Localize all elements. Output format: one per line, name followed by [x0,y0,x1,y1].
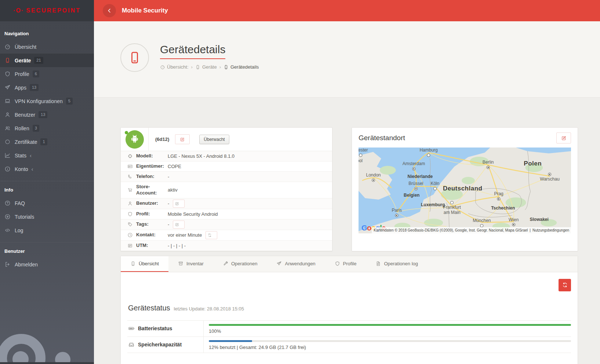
count-badge: 6 [33,70,39,77]
sidebar-item-apps[interactable]: Apps13 [0,81,94,94]
device-detail-panel: Übersicht Inventar Operationen Anwendung… [120,256,578,364]
sidebar-item-stats[interactable]: Stats‹ [0,149,94,162]
main-area: Mobile Security Gerätedetails Übersicht:… [94,0,600,364]
nav-section-navigation: Navigation Übersicht Geräte21 Profile6 A… [0,25,94,178]
device-info-label: Profil: [136,209,168,219]
device-info-value: - [168,201,169,206]
clock-icon [127,232,133,238]
edit-device-name-button[interactable] [175,134,190,144]
sidebar-item-rollen[interactable]: Rollen3 [0,121,94,135]
refresh-button[interactable] [206,231,217,239]
phone-handset-icon [127,174,133,179]
paper-plane-icon [276,261,282,266]
chevron-left-icon [106,7,113,14]
sidebar-item-label: Rollen [15,125,29,131]
sidebar-item-tutorials[interactable]: Tutorials [0,210,94,223]
status-row-speicherkapazitaet: Speicherkapazität12% benutzt | Gesamt: 2… [127,337,571,353]
tab-inventar[interactable]: Inventar [168,256,213,272]
edit-location-button[interactable] [556,132,571,143]
edit-button[interactable] [173,221,185,229]
smartphone-icon [223,65,229,70]
device-status-table: Batteriestatus100% Speicherkapazität12% … [127,320,571,353]
count-badge: 13 [30,84,39,91]
users-icon [4,125,11,131]
sidebar-item-label: Apps [15,85,26,91]
question-icon [4,200,11,206]
tab-operationen[interactable]: Operationen [213,256,267,272]
sidebar-item-profile[interactable]: Profile6 [0,67,94,81]
page-content: (6d12) Überwacht Modell:LGE - Nexus 5X -… [94,98,600,364]
monitored-status-button[interactable]: Überwacht [199,135,229,144]
terms-link[interactable]: Nutzungsbedingungen [532,228,569,232]
edit-button[interactable] [173,200,185,208]
android-robot-icon [129,134,140,145]
refresh-icon [562,282,568,288]
paper-plane-icon [4,84,11,91]
sidebar-item-faq[interactable]: FAQ [0,196,94,210]
sidebar-item-uebersicht[interactable]: Übersicht [0,40,94,54]
device-info-value: - | - | - | - [168,243,186,248]
sidebar-item-benutzer[interactable]: Benutzer13 [0,108,94,121]
chevron-left-icon: ‹ [32,166,33,172]
sidebar-item-abmelden[interactable]: Abmelden [0,258,94,271]
sidebar-item-label: Abmelden [15,262,38,267]
app-title: Mobile Security [122,7,168,14]
sidebar-item-zertifikate[interactable]: Zertifikate1 [0,135,94,149]
sidebar-item-label: VPN Konfigurationen [15,98,63,104]
certificate-icon [4,139,11,145]
tab-uebersicht[interactable]: Übersicht [121,256,168,272]
device-status-heading: Gerätestatus letztes Update: 28.08.2018 … [127,304,571,312]
sidebar-item-konto[interactable]: Konto‹ [0,162,94,176]
device-info-label: Modell: [136,151,168,161]
status-value: 12% benutzt | Gesamt: 24.9 GB (21.7 GB f… [209,345,571,350]
count-badge: 5 [66,98,73,105]
device-info-value: LGE - Nexus 5X - Android 8.1.0 [168,153,234,159]
refresh-status-button[interactable] [559,279,571,291]
smartphone-icon [4,57,11,63]
map[interactable]: chester ool London Amsterdam Niederlande [359,148,571,233]
breadcrumb-uebersicht[interactable]: Übersicht: [160,64,189,70]
device-info-value: COPE [168,164,181,169]
device-row-benutzer: Benutzer:- [121,199,332,209]
shield-icon [335,261,340,266]
device-info-card: (6d12) Überwacht Modell:LGE - Nexus 5X -… [120,127,332,251]
shield-icon [127,211,133,217]
user-icon [127,201,133,206]
breadcrumb-geraete[interactable]: Geräte [195,64,217,70]
wrench-icon [223,261,228,266]
map-card-title: Gerätestandort [359,134,405,142]
play-circle-icon [4,214,11,220]
sidebar-item-vpn-konfigurationen[interactable]: VPN Konfigurationen5 [0,94,94,108]
device-name: (6d12) [155,136,169,142]
map-card-header: Gerätestandort [352,128,578,148]
count-badge: 13 [39,111,47,118]
device-info-label: Store-Account: [136,182,168,198]
device-info-label: UTM: [136,241,168,251]
laptop-icon [4,98,11,104]
breadcrumb-geraetedetails: Gerätedetails [223,64,259,70]
count-badge: 21 [34,57,43,64]
progress-bar [209,324,571,326]
online-status-dot [125,131,128,134]
tab-profile[interactable]: Profile [325,256,366,272]
device-row-eigentuemer: Eigentümer:COPE [121,161,332,172]
brand-logo[interactable]: ·O· SECUREPOINT [0,0,94,21]
sidebar-item-geraete[interactable]: Geräte21 [0,54,94,67]
archive-icon [178,261,183,266]
tab-content: Gerätestatus letztes Update: 28.08.2018 … [121,272,578,364]
smartphone-icon [195,65,200,70]
status-label: Speicherkapazität [138,342,182,347]
status-label: Batteriestatus [138,325,172,331]
breadcrumb-separator: › [191,64,193,70]
device-row-kontakt: Kontakt:vor einer Minute [121,230,332,241]
progress-bar [209,340,252,342]
sidebar-item-log[interactable]: Log [0,223,94,237]
tab-anwendungen[interactable]: Anwendungen [267,256,325,272]
sidebar: ·O· SECUREPOINT Navigation Übersicht Ger… [0,0,94,364]
device-info-value: aktiv [168,187,178,193]
tab-operationen-log[interactable]: Operationen log [366,256,428,272]
back-button[interactable] [103,4,116,17]
device-row-profil: Profil:Mobile Security Android [121,209,332,219]
chart-icon [4,152,11,159]
list-icon [127,243,133,248]
